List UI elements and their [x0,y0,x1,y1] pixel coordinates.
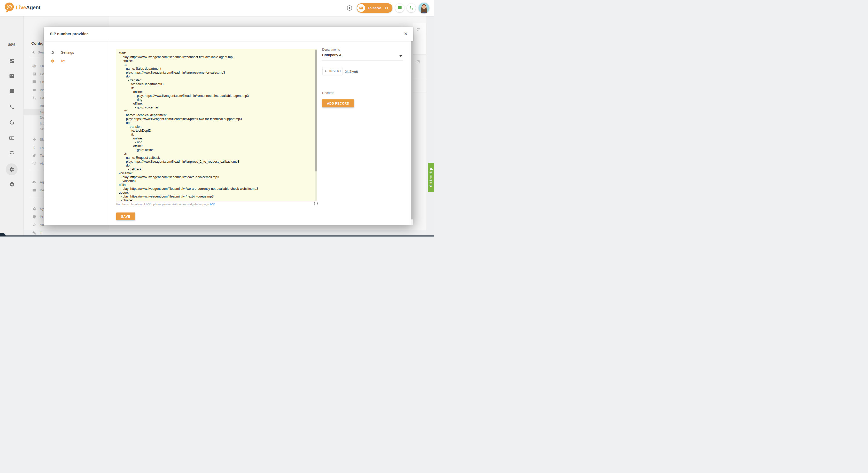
sip-number-provider-modal: SIP number provider ✕ Settings Ivr start… [44,27,413,225]
textarea-scrollbar [315,49,317,201]
top-header: @ LiveAgent To solve 11 [0,0,434,16]
sip-code-value: 2la7ivn6 [345,70,358,74]
tab-settings[interactable]: Settings [44,48,108,56]
add-button[interactable] [345,4,354,12]
departments-select[interactable]: Company A [322,53,403,60]
to-solve-mail-icon [357,4,365,12]
star-badge-icon[interactable] [0,180,24,189]
ivr-knowledgebase-link[interactable]: IVR [210,203,215,206]
wrench-icon [32,231,37,235]
phone-icon [409,6,413,10]
modal-nav: Settings Ivr [44,41,108,225]
config-item-tools[interactable]: To [24,229,109,236]
chats-button[interactable] [395,4,404,12]
departments-value: Company A [322,53,342,57]
universal-inbox-icon[interactable] [0,118,24,127]
phone-icon [32,96,37,100]
facebook-icon: f [32,146,37,150]
gear-icon [32,207,37,211]
svg-text:@: @ [6,3,12,10]
liveagent-logo[interactable]: @ LiveAgent [4,2,40,13]
plus-circle-icon [346,5,352,11]
tab-ivr-label: Ivr [61,59,65,63]
user-avatar[interactable] [418,3,429,13]
document-icon [32,72,37,76]
modal-scrollbar [411,41,413,225]
to-solve-count: 11 [385,6,388,10]
get-live-help-label: Get Live Help [429,168,433,187]
dashboard-icon[interactable] [0,57,24,65]
insert-button[interactable]: INSERT [322,67,342,75]
twitter-icon [32,154,37,158]
bottom-bar [0,235,434,236]
search-icon [31,50,35,54]
chevron-down-icon [399,55,402,57]
slack-icon [32,138,37,141]
viber-icon [32,162,37,166]
at-icon: @ [32,64,37,68]
refresh-icon[interactable] [416,27,420,32]
chat-icon [32,80,37,84]
to-solve-label: To solve [368,6,381,10]
sync-icon [32,223,37,227]
video-icon [32,88,37,92]
textarea-focus-underline [116,201,317,201]
insert-tab-icon [323,69,327,73]
calls-button[interactable] [407,4,416,12]
ivr-helper-text: For the explanation of IVR options pleas… [116,203,215,206]
info-icon[interactable] [314,201,318,205]
ivr-yaml-textarea[interactable]: start: - play: https://www.liveagent.com… [116,49,317,201]
folder-icon [32,188,37,192]
divider [413,92,426,93]
bank-icon[interactable] [0,149,24,158]
to-solve-button[interactable]: To solve 11 [357,3,393,13]
phone-icon[interactable] [0,102,24,111]
tab-ivr[interactable]: Ivr [44,57,108,65]
save-button[interactable]: SAVE [116,212,135,220]
records-label: Records [322,91,334,95]
gear-icon [51,59,55,63]
page-background [426,16,434,236]
contacts-card-icon[interactable] [0,133,24,142]
divider [413,79,426,79]
left-icon-rail: 80% [0,16,24,236]
settings-gear-icon[interactable] [0,165,24,174]
textarea-scrollbar-thumb[interactable] [315,50,317,171]
shield-icon [32,215,37,219]
zoom-percent: 80% [0,43,24,47]
tab-settings-label: Settings [61,50,74,55]
logo-bubble-icon: @ [4,2,14,13]
gear-icon [51,50,55,55]
get-live-help-tab[interactable]: Get Live Help [428,163,434,192]
chat-icon [398,6,402,10]
modal-scrollbar-thumb[interactable] [411,41,413,219]
mail-icon[interactable] [0,71,24,80]
refresh-icon[interactable] [416,60,420,64]
agents-icon [32,180,37,184]
config-search-input[interactable]: Sear [31,50,45,54]
logo-text: LiveAgent [16,5,40,10]
modal-title: SIP number provider [50,32,88,36]
modal-header: SIP number provider ✕ [44,27,413,41]
departments-label: Departments [322,48,340,52]
ivr-yaml-content: start: - play: https://www.liveagent.com… [116,49,315,201]
add-record-button[interactable]: ADD RECORD [322,99,354,107]
close-icon[interactable]: ✕ [402,30,409,37]
insert-label: INSERT [330,69,342,73]
chat-icon[interactable] [0,87,24,96]
